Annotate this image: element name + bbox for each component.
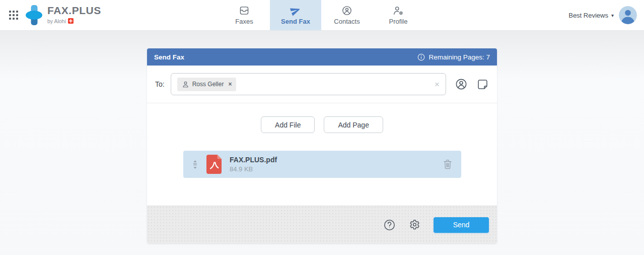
add-actions-row: Add File Add Page	[147, 116, 497, 133]
faxplus-logo-icon	[25, 5, 43, 25]
add-page-button[interactable]: Add Page	[324, 116, 383, 133]
card-body: Add File Add Page	[147, 103, 497, 206]
brand-byline: by Alohi	[47, 19, 66, 24]
topbar: FAX.PLUS by Alohi	[0, 0, 644, 30]
recipient-row: To: Ross Geller × ×	[147, 66, 497, 103]
avatar[interactable]	[619, 6, 637, 24]
account-menu[interactable]: Best Reviews ▾	[568, 12, 614, 19]
file-meta: FAX.PLUS.pdf 84.9 KB	[230, 156, 277, 173]
card-footer: Send	[147, 206, 497, 243]
tab-profile[interactable]: Profile	[373, 0, 424, 30]
to-label: To:	[155, 80, 165, 88]
recipient-input[interactable]: Ross Geller × ×	[171, 73, 446, 95]
brand-text: FAX.PLUS by Alohi	[47, 5, 101, 25]
card-title: Send Fax	[154, 53, 184, 61]
delete-file-icon[interactable]	[443, 159, 453, 170]
contacts-picker-icon[interactable]	[455, 78, 468, 91]
remaining-pages-label: Remaining Pages: 7	[428, 53, 490, 61]
primary-nav: Faxes Send Fax Contacts	[219, 0, 424, 30]
apps-grid-icon[interactable]	[7, 9, 20, 22]
paper-plane-icon	[290, 5, 301, 16]
recipient-chip[interactable]: Ross Geller ×	[177, 78, 237, 91]
contact-circle-icon	[341, 5, 352, 16]
chip-remove-icon[interactable]: ×	[228, 81, 232, 87]
brand-title: FAX.PLUS	[47, 5, 101, 16]
brand-byline-row: by Alohi	[47, 17, 101, 25]
tab-label: Profile	[389, 18, 408, 25]
person-gear-icon	[393, 5, 404, 16]
help-icon[interactable]	[383, 219, 396, 231]
tab-send-fax[interactable]: Send Fax	[270, 0, 321, 30]
drag-handle-icon[interactable]	[192, 160, 198, 169]
send-fax-card: Send Fax Remaining Pages: 7 To:	[147, 48, 497, 243]
settings-gear-icon[interactable]	[408, 219, 421, 231]
clear-recipients-icon[interactable]: ×	[435, 80, 440, 89]
tab-label: Faxes	[235, 18, 253, 25]
cover-page-icon[interactable]	[476, 78, 489, 91]
page-content: Send Fax Remaining Pages: 7 To:	[0, 30, 644, 255]
pdf-file-icon	[206, 155, 222, 174]
tab-label: Contacts	[334, 18, 360, 25]
add-file-button[interactable]: Add File	[261, 116, 315, 133]
person-icon	[182, 81, 189, 88]
card-header: Send Fax Remaining Pages: 7	[147, 48, 497, 66]
remaining-pages: Remaining Pages: 7	[417, 53, 490, 61]
inbox-icon	[239, 5, 250, 16]
app-window: FAX.PLUS by Alohi	[0, 0, 644, 255]
info-icon[interactable]	[417, 53, 425, 61]
file-size: 84.9 KB	[230, 165, 277, 173]
tab-contacts[interactable]: Contacts	[321, 0, 373, 30]
tab-label: Send Fax	[281, 18, 310, 25]
topbar-right: Best Reviews ▾	[568, 0, 637, 30]
account-name: Best Reviews	[568, 12, 608, 19]
topbar-left: FAX.PLUS by Alohi	[0, 0, 101, 30]
brand-logo[interactable]: FAX.PLUS by Alohi	[25, 5, 101, 25]
send-button[interactable]: Send	[434, 217, 489, 233]
file-name: FAX.PLUS.pdf	[230, 156, 277, 164]
swiss-flag-icon	[68, 17, 74, 25]
file-item[interactable]: FAX.PLUS.pdf 84.9 KB	[183, 151, 461, 178]
chevron-down-icon: ▾	[611, 13, 614, 18]
recipient-name: Ross Geller	[192, 81, 224, 88]
tab-faxes[interactable]: Faxes	[219, 0, 270, 30]
